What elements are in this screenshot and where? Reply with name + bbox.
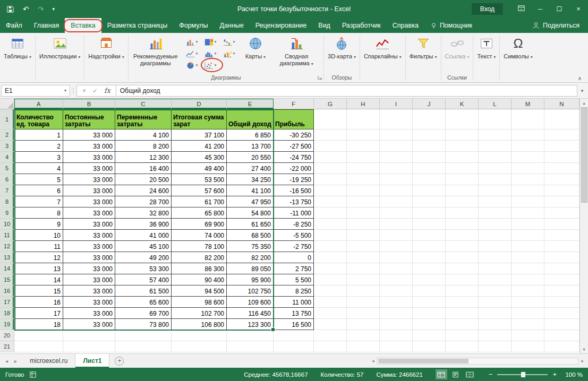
tab-help[interactable]: Справка <box>387 18 424 33</box>
cell-F18[interactable]: 13 750 <box>274 308 314 319</box>
cell-I21[interactable] <box>380 341 413 352</box>
cell-H8[interactable] <box>347 196 380 207</box>
addins-button[interactable]: Надстройки▾ <box>84 33 127 73</box>
cell-H9[interactable] <box>347 207 380 219</box>
column-header-B[interactable]: B <box>63 99 115 109</box>
cell-I5[interactable] <box>380 163 413 174</box>
scroll-left-icon[interactable]: ◂ <box>371 358 376 363</box>
cell-D7[interactable]: 57 600 <box>172 185 227 196</box>
cell-D20[interactable] <box>172 330 227 341</box>
tab-assistant[interactable]: Помощник <box>424 18 478 33</box>
cell-J10[interactable] <box>413 219 446 230</box>
cell-M2[interactable] <box>512 129 544 141</box>
cell-C6[interactable]: 20 500 <box>115 174 172 185</box>
cell-E8[interactable]: 47 950 <box>227 196 274 207</box>
cell-C8[interactable]: 28 700 <box>115 196 172 207</box>
cell-J14[interactable] <box>413 263 446 274</box>
cell-G9[interactable] <box>314 207 347 219</box>
cell-A7[interactable]: 6 <box>14 185 63 196</box>
cell-I1[interactable] <box>380 109 413 129</box>
insert-statistic-chart-button[interactable]: ▾ <box>203 48 221 59</box>
cell-N4[interactable] <box>544 152 580 163</box>
cell-N7[interactable] <box>544 185 580 196</box>
row-header-6[interactable]: 6 <box>0 174 14 185</box>
cell-D14[interactable]: 86 300 <box>172 263 227 274</box>
cell-G14[interactable] <box>314 263 347 274</box>
insert-waterfall-chart-button[interactable]: ▾ <box>222 37 240 47</box>
vertical-scrollbar[interactable]: ▴ ▾ <box>580 99 588 353</box>
sparklines-button[interactable]: Спарклайны▾ <box>360 33 405 73</box>
cell-H7[interactable] <box>347 185 380 196</box>
redo-icon[interactable]: ↷ <box>38 5 44 13</box>
cell-N5[interactable] <box>544 163 580 174</box>
cell-E10[interactable]: 61 650 <box>227 219 274 230</box>
tab-insert[interactable]: Вставка <box>65 18 101 33</box>
cell-G10[interactable] <box>314 219 347 230</box>
cell-B14[interactable]: 33 000 <box>63 263 115 274</box>
map-3d-button[interactable]: 3D-карта▾ <box>324 33 360 73</box>
column-header-J[interactable]: J <box>413 99 446 109</box>
cell-N11[interactable] <box>544 230 580 241</box>
cell-M7[interactable] <box>512 185 544 196</box>
zoom-in-button[interactable]: + <box>552 370 557 378</box>
tab-view[interactable]: Вид <box>312 18 336 33</box>
cell-N8[interactable] <box>544 196 580 207</box>
cell-C19[interactable]: 73 800 <box>115 319 172 330</box>
row-header-2[interactable]: 2 <box>0 129 14 141</box>
cell-F14[interactable]: 2 750 <box>274 263 314 274</box>
cell-E9[interactable]: 54 800 <box>227 207 274 219</box>
cell-B19[interactable]: 33 000 <box>63 319 115 330</box>
cell-G13[interactable] <box>314 252 347 263</box>
cell-J8[interactable] <box>413 196 446 207</box>
next-sheet-icon[interactable]: ▸ <box>14 358 17 364</box>
cell-F9[interactable]: -11 000 <box>274 207 314 219</box>
enter-icon[interactable]: ✓ <box>92 87 98 94</box>
column-header-N[interactable]: N <box>544 99 580 109</box>
cell-D17[interactable]: 98 600 <box>172 297 227 308</box>
cell-F1[interactable]: Прибыль <box>274 109 314 129</box>
horizontal-scroll-thumb[interactable] <box>378 359 468 363</box>
cell-H5[interactable] <box>347 163 380 174</box>
page-break-view-icon[interactable] <box>464 369 476 379</box>
row-header-7[interactable]: 7 <box>0 185 14 196</box>
cell-H18[interactable] <box>347 308 380 319</box>
cell-D4[interactable]: 45 300 <box>172 152 227 163</box>
pivot-chart-button[interactable]: Сводная диаграмма▾ <box>269 33 323 73</box>
cell-B21[interactable] <box>63 341 115 352</box>
sheet-tab-microexcel[interactable]: microexcel.ru <box>22 354 75 368</box>
cell-G3[interactable] <box>314 141 347 152</box>
scroll-right-icon[interactable]: ▸ <box>580 358 585 363</box>
cell-D19[interactable]: 106 800 <box>172 319 227 330</box>
cell-D16[interactable]: 94 500 <box>172 285 227 297</box>
cell-G21[interactable] <box>314 341 347 352</box>
cell-A8[interactable]: 7 <box>14 196 63 207</box>
cell-F15[interactable]: 5 500 <box>274 274 314 285</box>
cell-D15[interactable]: 90 400 <box>172 274 227 285</box>
cell-I9[interactable] <box>380 207 413 219</box>
cell-E20[interactable] <box>227 330 274 341</box>
cell-B3[interactable]: 33 000 <box>63 141 115 152</box>
cell-L19[interactable] <box>479 319 512 330</box>
cell-L6[interactable] <box>479 174 512 185</box>
cell-N19[interactable] <box>544 319 580 330</box>
cell-K11[interactable] <box>446 230 479 241</box>
cell-B5[interactable]: 33 000 <box>63 163 115 174</box>
cell-E6[interactable]: 34 250 <box>227 174 274 185</box>
cell-I13[interactable] <box>380 252 413 263</box>
cell-B12[interactable]: 33 000 <box>63 241 115 252</box>
cell-A14[interactable]: 13 <box>14 263 63 274</box>
cell-A21[interactable] <box>14 341 63 352</box>
cell-N2[interactable] <box>544 129 580 141</box>
cell-C11[interactable]: 41 000 <box>115 230 172 241</box>
close-button[interactable]: × <box>569 0 588 18</box>
cell-D11[interactable]: 74 000 <box>172 230 227 241</box>
cell-C3[interactable]: 8 200 <box>115 141 172 152</box>
cell-A11[interactable]: 10 <box>14 230 63 241</box>
cell-N10[interactable] <box>544 219 580 230</box>
cell-K15[interactable] <box>446 274 479 285</box>
cell-C1[interactable]: Переменные затраты <box>115 109 172 129</box>
cell-K9[interactable] <box>446 207 479 219</box>
undo-icon[interactable]: ↶ <box>23 5 29 13</box>
cell-C18[interactable]: 69 700 <box>115 308 172 319</box>
cell-C2[interactable]: 4 100 <box>115 129 172 141</box>
